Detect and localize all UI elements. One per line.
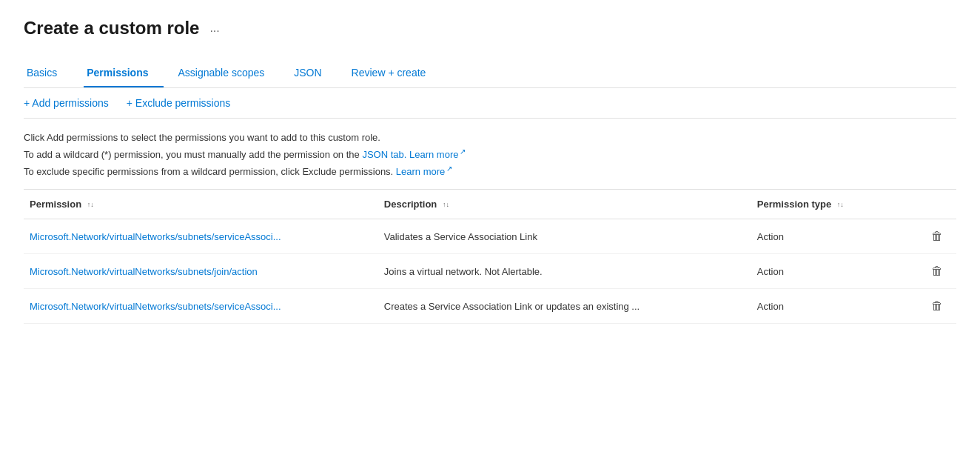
action-row: + Add permissions + Exclude permissions — [24, 88, 956, 119]
cell-action: 🗑 — [900, 289, 956, 324]
add-permissions-button[interactable]: + Add permissions — [24, 97, 109, 109]
info-line-2: To add a wildcard (*) permission, you mu… — [24, 146, 956, 163]
json-tab-link[interactable]: JSON tab. — [362, 149, 406, 160]
col-header-permission-type: Permission type ↑↓ — [751, 190, 901, 219]
table-row: Microsoft.Network/virtualNetworks/subnet… — [24, 219, 956, 254]
external-link-icon-2: ↗ — [446, 164, 452, 173]
delete-button[interactable]: 🗑 — [927, 263, 947, 279]
cell-permission: Microsoft.Network/virtualNetworks/subnet… — [24, 289, 378, 324]
page-title-row: Create a custom role ... — [24, 18, 956, 39]
ellipsis-button[interactable]: ... — [205, 20, 224, 36]
exclude-permissions-button[interactable]: + Exclude permissions — [127, 97, 230, 109]
sort-icon-description[interactable]: ↑↓ — [443, 202, 449, 208]
learn-more-link-1[interactable]: Learn more↗ — [409, 149, 466, 160]
tab-basics[interactable]: Basics — [24, 59, 72, 87]
delete-button[interactable]: 🗑 — [927, 298, 947, 314]
cell-action: 🗑 — [900, 254, 956, 289]
col-header-permission: Permission ↑↓ — [24, 190, 378, 219]
learn-more-link-2[interactable]: Learn more↗ — [396, 166, 452, 177]
external-link-icon-1: ↗ — [460, 147, 466, 156]
cell-permission-type: Action — [751, 254, 901, 289]
table-header: Permission ↑↓ Description ↑↓ Permission … — [24, 190, 956, 219]
cell-permission: Microsoft.Network/virtualNetworks/subnet… — [24, 219, 378, 254]
permission-link[interactable]: Microsoft.Network/virtualNetworks/subnet… — [30, 301, 281, 312]
table-row: Microsoft.Network/virtualNetworks/subnet… — [24, 254, 956, 289]
tab-json[interactable]: JSON — [291, 59, 336, 87]
col-header-action — [900, 190, 956, 219]
sort-icon-permission-type[interactable]: ↑↓ — [837, 202, 844, 208]
cell-permission-type: Action — [751, 289, 901, 324]
tab-assignable-scopes[interactable]: Assignable scopes — [175, 59, 280, 87]
page-title: Create a custom role — [24, 18, 199, 39]
col-header-description: Description ↑↓ — [378, 190, 751, 219]
tab-bar: Basics Permissions Assignable scopes JSO… — [24, 59, 956, 88]
cell-permission: Microsoft.Network/virtualNetworks/subnet… — [24, 254, 378, 289]
cell-description: Joins a virtual network. Not Alertable. — [378, 254, 751, 289]
permission-link[interactable]: Microsoft.Network/virtualNetworks/subnet… — [30, 266, 258, 277]
table-body: Microsoft.Network/virtualNetworks/subnet… — [24, 219, 956, 324]
cell-action: 🗑 — [900, 219, 956, 254]
permissions-table: Permission ↑↓ Description ↑↓ Permission … — [24, 190, 956, 324]
permission-link[interactable]: Microsoft.Network/virtualNetworks/subnet… — [30, 231, 281, 242]
delete-button[interactable]: 🗑 — [927, 228, 947, 245]
info-line-3: To exclude specific permissions from a w… — [24, 163, 956, 180]
cell-description: Creates a Service Association Link or up… — [378, 289, 751, 324]
sort-icon-permission[interactable]: ↑↓ — [87, 202, 94, 208]
info-line-1: Click Add permissions to select the perm… — [24, 130, 956, 146]
cell-description: Validates a Service Association Link — [378, 219, 751, 254]
tab-review-create[interactable]: Review + create — [349, 59, 441, 87]
tab-permissions[interactable]: Permissions — [84, 59, 163, 87]
table-row: Microsoft.Network/virtualNetworks/subnet… — [24, 289, 956, 324]
cell-permission-type: Action — [751, 219, 901, 254]
info-section: Click Add permissions to select the perm… — [24, 119, 956, 190]
